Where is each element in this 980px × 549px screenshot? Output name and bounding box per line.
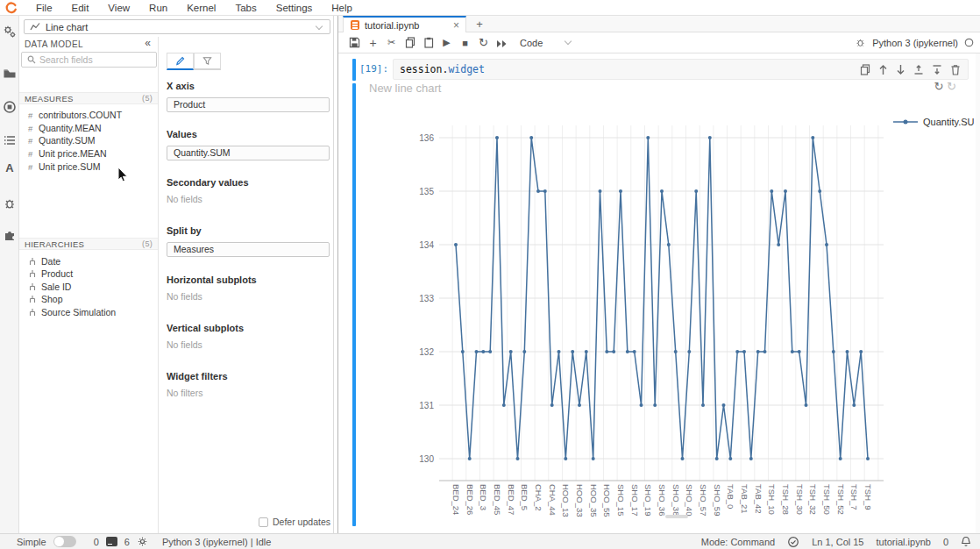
extensions-icon[interactable] [3,226,17,240]
tab-title: tutorial.ipynb [365,20,419,31]
insert-cell-below-icon[interactable] [932,63,942,79]
kernel-count[interactable]: 6 [124,537,130,547]
hierarchy-icon [28,295,37,303]
hierarchy-item[interactable]: Date [28,255,60,267]
hierarchy-icon [28,257,37,266]
widget-config-column: X axis Product Values Quantity.SUM Secon… [160,37,334,533]
running-kernels-icon[interactable] [3,98,17,112]
new-tab-button[interactable]: + [470,18,489,32]
menu-run[interactable]: Run [139,0,177,16]
search-fields-box [21,52,157,68]
delete-cell-icon[interactable] [950,63,961,79]
svg-text:SHO_40: SHO_40 [685,484,694,516]
svg-text:TSH_7: TSH_7 [849,484,859,510]
svg-text:SHO_57: SHO_57 [699,484,708,516]
trust-check-icon[interactable] [787,536,799,548]
kernel-name[interactable]: Python 3 (ipykernel) [872,38,958,48]
notification-count[interactable]: 0 [943,537,948,547]
menu-tabs[interactable]: Tabs [225,0,266,16]
hierarchy-icon [28,282,37,291]
x-axis-label: X axis [167,81,330,91]
save-icon[interactable] [345,37,364,49]
menu-settings[interactable]: Settings [266,0,323,16]
simple-mode-toggle[interactable] [53,536,76,547]
horizontal-subplots-empty: No fields [167,291,257,302]
split-by-field[interactable]: Measures [167,242,330,257]
svg-text:TAB_0: TAB_0 [726,484,735,509]
defer-updates-checkbox[interactable] [259,517,268,527]
restart-kernel-icon[interactable]: ↻ [474,36,493,49]
svg-text:SHO_59: SHO_59 [713,484,722,516]
hierarchy-item[interactable]: Sale ID [28,281,71,293]
measure-item[interactable]: #Unit price.MEAN [28,147,107,160]
measure-item[interactable]: #contributors.COUNT [28,109,122,121]
bell-icon[interactable] [961,536,971,547]
svg-text:136: 136 [419,133,434,143]
measure-item[interactable]: #Quantity.SUM [28,134,96,146]
cell-prompt: [19]: [359,63,388,75]
tab-tutorial-ipynb[interactable]: tutorial.ipynb × [343,16,466,32]
cell-type-dropdown[interactable]: Code [520,38,571,48]
tab-edit-widget[interactable] [167,53,194,70]
svg-text:SHO_19: SHO_19 [643,484,653,516]
cursor-position[interactable]: Ln 1, Col 15 [812,537,863,547]
menu-file[interactable]: File [26,0,62,16]
paste-cells-icon[interactable] [419,37,437,49]
funnel-icon [202,56,212,66]
svg-text:CHA_44: CHA_44 [548,484,557,516]
mode-indicator: Mode: Command [701,537,775,547]
move-cell-up-icon[interactable] [878,63,888,79]
kernels-gear-icon [137,536,148,547]
svg-text:HOO_33: HOO_33 [575,484,585,517]
cell-input[interactable]: session.widget [393,59,969,80]
measure-icon: # [28,149,34,159]
hierarchy-item[interactable]: Shop [28,293,63,305]
copy-cells-icon[interactable] [401,37,419,49]
move-cell-down-icon[interactable] [896,63,905,79]
cut-cells-icon[interactable]: ✂ [382,37,401,48]
add-cell-icon[interactable]: + [364,36,382,50]
svg-text:CHA_2: CHA_2 [534,484,543,511]
stop-kernel-icon[interactable]: ■ [456,38,474,48]
hierarchy-icon [28,269,37,278]
measure-item[interactable]: #Unit price.SUM [28,160,101,173]
menu-edit[interactable]: Edit [62,0,99,16]
menu-kernel[interactable]: Kernel [177,0,225,16]
search-input[interactable] [39,54,145,65]
notebook-scrollbar[interactable] [976,53,980,533]
table-of-contents-icon[interactable] [3,132,17,146]
active-cell-output-bar[interactable] [352,83,356,526]
run-cell-icon[interactable]: ▶ [437,37,456,48]
widget-refresh-icons[interactable]: ↻ ↻ [934,80,956,93]
cell-toolbar [860,63,961,79]
terminal-count[interactable]: 0 [94,537,99,547]
insert-cell-above-icon[interactable] [913,63,924,79]
measure-item[interactable]: #Quantity.MEAN [28,122,102,134]
collapse-panel-button[interactable]: « [145,37,151,49]
values-field[interactable]: Quantity.SUM [167,146,330,160]
menu-help[interactable]: Help [322,0,362,16]
measure-icon: # [28,162,34,172]
search-icon [27,55,36,64]
tab-filters[interactable] [194,53,221,70]
active-cell-input-bar[interactable] [352,59,356,81]
widget-gears-icon[interactable] [3,23,17,37]
widget-title[interactable]: New line chart [369,82,441,95]
debugger-icon[interactable] [3,195,17,209]
duplicate-cell-icon[interactable] [860,63,870,79]
menu-bar: File Edit View Run Kernel Tabs Settings … [0,0,980,16]
debugger-toggle-icon[interactable] [855,37,866,48]
status-bar: Simple 0 6 Python 3 (ipykernel) | Idle M… [0,533,980,549]
x-axis-field[interactable]: Product [167,97,330,112]
file-browser-icon[interactable] [3,65,17,79]
hierarchy-item[interactable]: Source Simulation [28,306,116,318]
widget-type-label: Line chart [46,22,88,32]
hierarchy-item[interactable]: Product [28,267,73,280]
widget-editor-panel: Line chart DATA MODEL « MEASURES (5) #co… [19,16,334,533]
close-tab-icon[interactable]: × [453,19,459,32]
restart-run-all-icon[interactable] [493,37,511,47]
widget-type-selector[interactable]: Line chart [24,19,330,34]
atoti-panel-icon[interactable]: A [3,161,17,175]
menu-view[interactable]: View [98,0,139,16]
kernel-status-text[interactable]: Python 3 (ipykernel) | Idle [162,537,272,547]
